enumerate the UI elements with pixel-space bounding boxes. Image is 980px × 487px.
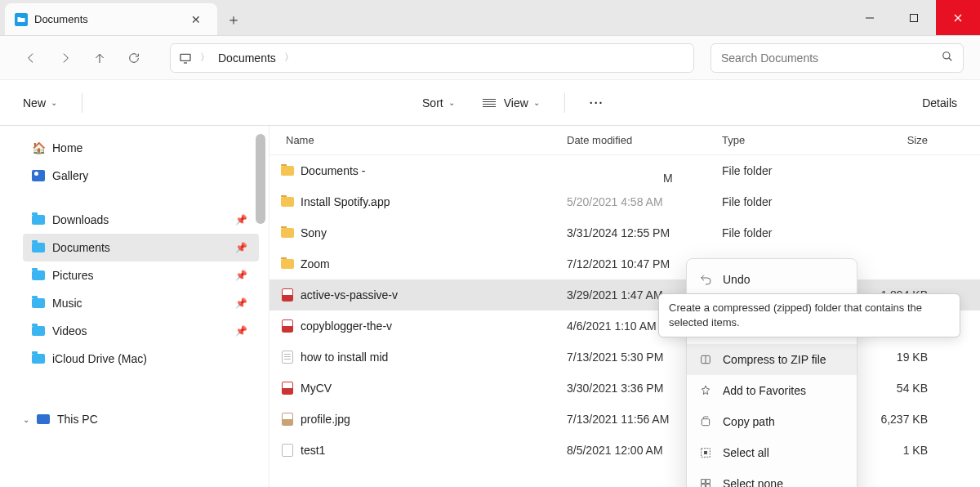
file-name: test1	[301, 444, 325, 457]
file-row[interactable]: profile.jpg7/13/2021 11:56 AMjpegfile6,2…	[270, 404, 980, 435]
chevron-right-icon[interactable]: 〉	[200, 51, 210, 65]
new-button[interactable]: New⌄	[20, 92, 60, 114]
tab-documents[interactable]: Documents ✕	[5, 3, 217, 35]
file-row[interactable]: Sony3/31/2024 12:55 PMFile folder	[270, 217, 980, 248]
more-button[interactable]: ···	[586, 92, 608, 114]
file-icon	[281, 413, 294, 426]
svg-rect-11	[702, 419, 709, 426]
pin-icon[interactable]: 📌	[235, 242, 247, 253]
sidebar-item-videos[interactable]: Videos 📌	[23, 317, 259, 345]
view-button[interactable]: View⌄	[479, 92, 543, 114]
pin-icon[interactable]: 📌	[235, 214, 247, 226]
minimize-button[interactable]	[848, 0, 892, 35]
file-icon	[281, 351, 294, 364]
file-name: how to install mid	[301, 351, 388, 364]
ctx-undo[interactable]: Undo	[687, 264, 857, 295]
sidebar-item-downloads[interactable]: Downloads 📌	[23, 206, 259, 234]
ctx-add-favorites[interactable]: Add to Favorites	[687, 375, 857, 406]
file-type: File folder	[722, 226, 861, 239]
sort-button[interactable]: Sort⌄	[419, 92, 458, 114]
file-row[interactable]: MyCV3/30/2021 3:36 PMMicrosoft Edge PDF …	[270, 373, 980, 404]
folder-icon	[31, 351, 46, 366]
breadcrumb-documents[interactable]: Documents	[218, 51, 276, 65]
file-name: MyCV	[301, 382, 332, 395]
ellipsis-icon: ···	[590, 96, 604, 109]
file-date: 5/20/2021 4:58 AM	[567, 195, 722, 208]
new-tab-button[interactable]: ＋	[217, 3, 250, 35]
navigation-bar: 〉 Documents 〉	[0, 36, 980, 80]
column-headers: Name Date modified Type Size	[270, 126, 980, 155]
select-none-icon	[698, 476, 713, 487]
column-name[interactable]: Name	[281, 134, 567, 146]
search-input[interactable]	[721, 51, 942, 65]
svg-rect-15	[706, 480, 710, 484]
file-row[interactable]: Zoom7/12/2021 10:47 PMFile folder	[270, 248, 980, 279]
pc-icon	[36, 412, 51, 427]
file-list: Name Date modified Type Size Documents -…	[270, 126, 980, 487]
sidebar-item-music[interactable]: Music 📌	[23, 289, 259, 317]
folder-icon	[15, 13, 28, 26]
file-row[interactable]: how to install mid7/13/2021 5:30 PMOpenD…	[270, 342, 980, 373]
refresh-button[interactable]	[119, 43, 149, 73]
file-date: 3/31/2024 12:55 PM	[567, 226, 722, 239]
column-date[interactable]: Date modified	[567, 134, 722, 146]
sidebar-item-home[interactable]: 🏠 Home	[23, 134, 259, 162]
chevron-down-icon[interactable]: ⌄	[23, 415, 29, 424]
file-icon	[281, 257, 294, 270]
file-name: active-vs-passive-v	[301, 288, 398, 302]
zip-icon	[698, 352, 713, 367]
file-size: 54 KB	[861, 382, 934, 395]
address-bar[interactable]: 〉 Documents 〉	[170, 43, 694, 73]
search-box[interactable]	[710, 43, 964, 73]
sidebar-item-pictures[interactable]: Pictures 📌	[23, 261, 259, 289]
ctx-copy-path[interactable]: Copy path	[687, 406, 857, 437]
folder-icon	[31, 296, 46, 311]
undo-icon	[698, 272, 713, 287]
tooltip: Create a compressed (zipped) folder that…	[658, 293, 960, 337]
file-type: File folder	[722, 195, 861, 208]
tab-title: Documents	[34, 13, 88, 25]
svg-point-7	[943, 52, 950, 59]
maximize-button[interactable]	[892, 0, 936, 35]
close-button[interactable]	[936, 0, 980, 35]
search-icon[interactable]	[942, 51, 953, 65]
column-type[interactable]: Type	[722, 134, 861, 146]
file-icon	[281, 319, 294, 333]
file-size: 19 KB	[861, 351, 934, 364]
details-button[interactable]: Details	[919, 92, 960, 114]
file-name: Documents -	[301, 164, 365, 177]
column-size[interactable]: Size	[861, 134, 934, 146]
up-button[interactable]	[85, 43, 114, 73]
ctx-compress-zip[interactable]: Compress to ZIP file	[687, 344, 857, 375]
file-row[interactable]: test18/5/2021 12:00 AMFile1 KB	[270, 435, 980, 466]
pin-icon[interactable]: 📌	[235, 297, 247, 309]
tab-close-button[interactable]: ✕	[186, 11, 206, 28]
svg-rect-14	[702, 480, 706, 484]
file-name: Install Spotify.app	[301, 195, 390, 208]
folder-icon	[31, 268, 46, 283]
file-icon	[281, 288, 294, 302]
file-row[interactable]: Install Spotify.app5/20/2021 4:58 AMFile…	[270, 186, 980, 217]
file-icon	[281, 444, 294, 457]
chevron-right-icon[interactable]: 〉	[284, 51, 294, 65]
pin-icon[interactable]: 📌	[235, 325, 247, 337]
folder-icon	[31, 240, 46, 255]
copy-path-icon	[698, 414, 713, 429]
file-name: Sony	[301, 226, 327, 239]
folder-icon	[31, 212, 46, 227]
sidebar-item-thispc[interactable]: ⌄ This PC	[23, 405, 259, 433]
pin-icon	[698, 383, 713, 398]
ctx-select-all[interactable]: Select all	[687, 437, 857, 468]
folder-icon	[31, 324, 46, 338]
sidebar-item-documents[interactable]: Documents 📌	[23, 234, 259, 261]
pin-icon[interactable]: 📌	[235, 270, 247, 281]
sidebar-item-gallery[interactable]: Gallery	[23, 162, 259, 190]
back-button[interactable]	[16, 43, 46, 73]
file-row[interactable]: Documents - File folder	[270, 155, 980, 186]
forward-button[interactable]	[51, 43, 80, 73]
file-icon	[281, 382, 294, 395]
gallery-icon	[31, 168, 46, 183]
ctx-select-none[interactable]: Select none	[687, 468, 857, 487]
file-name: profile.jpg	[301, 413, 350, 426]
sidebar-item-icloud[interactable]: iCloud Drive (Mac)	[23, 345, 259, 373]
